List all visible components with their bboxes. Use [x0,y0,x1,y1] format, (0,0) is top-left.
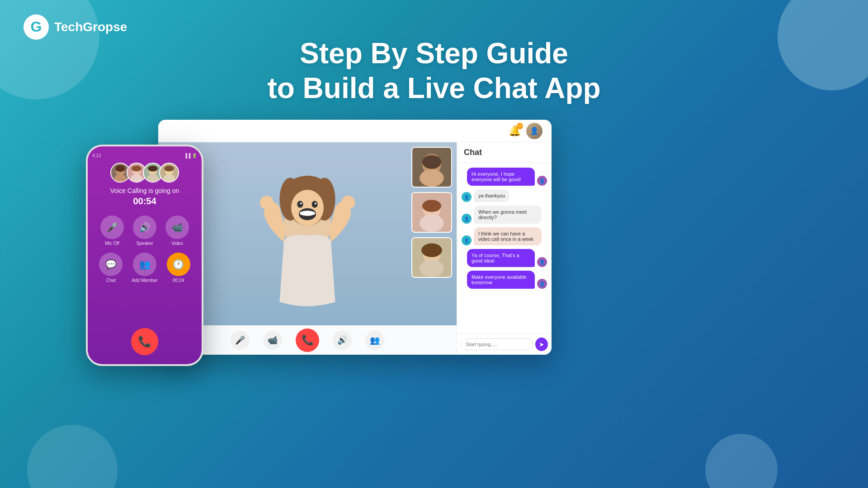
svg-point-26 [421,243,442,257]
svg-point-18 [422,155,441,169]
message-bubble-1: Hi everyone, I hope everyone will be goo… [467,168,535,186]
svg-point-7 [291,190,324,226]
logo-area: G TechGropse [23,14,127,41]
message-avatar-3: 👤 [462,214,472,224]
message-5: Ya of course, That's a good idea! 👤 [462,249,547,267]
phone-signal: ▐▐ 🔋 [184,153,197,158]
heading-line2: to Build a Live Chat App [267,72,600,104]
phone-timer-control: 🕐 00:24 [167,253,190,283]
phone-timer: 00:54 [133,196,156,206]
chat-input-field[interactable] [461,338,533,350]
message-avatar-2: 👤 [462,192,472,202]
phone-mockup: 4:12 ▐▐ 🔋 Voice Calling is going on 00:5… [86,145,203,366]
svg-point-39 [147,174,158,183]
chat-messages: Hi everyone, I hope everyone will be goo… [457,163,552,333]
phone-video-button[interactable]: 📹 [165,216,189,239]
mute-button[interactable]: 🎤 [231,331,250,350]
svg-point-22 [422,200,441,212]
user-avatar-header[interactable]: 👤 [526,123,542,139]
participant-thumb-2 [411,192,452,233]
phone-timer-button[interactable]: 🕐 [167,253,190,276]
svg-point-15 [341,196,355,209]
svg-point-14 [260,196,274,209]
message-bubble-5: Ya of course, That's a good idea! [467,249,535,267]
phone-speaker-control: 🔊 Speaker [133,216,156,246]
chat-input-area: ➤ [457,333,552,355]
main-heading: Step By Step Guide to Build a Live Chat … [0,36,868,106]
phone-caller-avatars [110,163,179,183]
participant-thumbnails [411,147,452,278]
svg-point-12 [300,202,302,204]
participant-thumb-3 [411,237,452,278]
svg-point-31 [114,174,126,183]
phone-video-control: 📹 Video [165,216,189,246]
add-person-button[interactable]: 👥 [365,331,384,350]
svg-point-30 [115,165,125,172]
phone-controls-row-1: 🎤 Mic Off 🔊 Speaker 📹 Video [100,216,189,246]
send-button[interactable]: ➤ [535,338,548,351]
phone-chat-control: 💬 Chat [99,253,123,283]
notification-badge: 10 [517,123,523,129]
chat-panel: Chat Hi everyone, I hope everyone will b… [457,142,552,355]
svg-point-43 [163,174,175,183]
message-bubble-6: Make everyone available tomorrow [467,271,535,289]
phone-end-call-button[interactable]: 📞 [131,328,158,355]
phone-screen: 4:12 ▐▐ 🔋 Voice Calling is going on 00:5… [88,146,202,364]
message-3: 👤 When we gonna meet directly? [462,206,547,224]
phone-add-member-button[interactable]: 👥 [133,253,156,276]
end-call-button[interactable]: 📞 [296,328,319,352]
phone-speaker-button[interactable]: 🔊 [133,216,156,239]
svg-point-13 [315,202,316,204]
phone-speaker-label: Speaker [136,241,153,246]
phone-time: 4:12 [92,153,101,158]
svg-point-23 [420,215,444,232]
phone-controls-row-2: 💬 Chat 👥 Add Member 🕐 00:24 [99,253,190,283]
bg-blob-bottom-right [705,434,778,488]
phone-status-bar: 4:12 ▐▐ 🔋 [92,153,197,158]
phone-mic-control: 🎤 Mic Off [100,216,124,246]
svg-point-10 [297,201,303,208]
phone-add-member-control: 👥 Add Member [132,253,157,283]
svg-point-9 [300,211,315,216]
message-avatar-1: 👤 [537,176,547,186]
heading-line1: Step By Step Guide [300,37,568,70]
brand-name: TechGropse [54,20,127,34]
message-avatar-6: 👤 [537,279,547,289]
desktop-mockup: 🔔 10 👤 [158,120,552,355]
svg-point-27 [420,260,444,277]
svg-text:G: G [31,19,42,35]
message-avatar-5: 👤 [537,257,547,267]
message-6: Make everyone available tomorrow 👤 [462,271,547,289]
participant-face-2 [412,193,451,232]
notification-bell[interactable]: 🔔 10 [509,125,521,137]
phone-chat-button[interactable]: 💬 [99,253,123,276]
video-button[interactable]: 📹 [263,331,282,350]
phone-mic-label: Mic Off [105,241,119,246]
woman-figure [240,165,375,328]
message-bubble-4: I think we can have a video call once in… [474,227,542,245]
phone-add-member-label: Add Member [132,278,157,283]
svg-point-42 [164,166,174,172]
participant-thumb-1 [411,147,452,188]
phone-calling-text: Voice Calling is going on [110,187,179,194]
svg-point-11 [311,201,317,208]
phone-mic-button[interactable]: 🎤 [100,216,124,239]
desktop-header: 🔔 10 👤 [158,120,552,142]
speaker-button[interactable]: 🔊 [333,331,352,350]
phone-timer-label: 00:24 [173,278,184,283]
chat-title: Chat [457,142,552,163]
message-bubble-3: When we gonna meet directly? [474,206,542,224]
participant-face-1 [412,148,451,187]
svg-point-19 [420,169,444,187]
message-avatar-4: 👤 [462,235,472,245]
phone-avatar-4 [159,163,179,183]
svg-point-38 [148,166,158,172]
participant-face-3 [412,238,451,277]
svg-point-34 [132,166,142,172]
desktop-body: 🎤 📹 📞 🔊 👥 Chat Hi everyone, I hope every… [158,142,552,355]
bg-blob-bottom-left [27,425,118,488]
phone-video-label: Video [171,241,183,246]
phone-chat-label: Chat [106,278,116,283]
brand-logo-icon: G [23,14,50,41]
message-1: Hi everyone, I hope everyone will be goo… [462,168,547,186]
